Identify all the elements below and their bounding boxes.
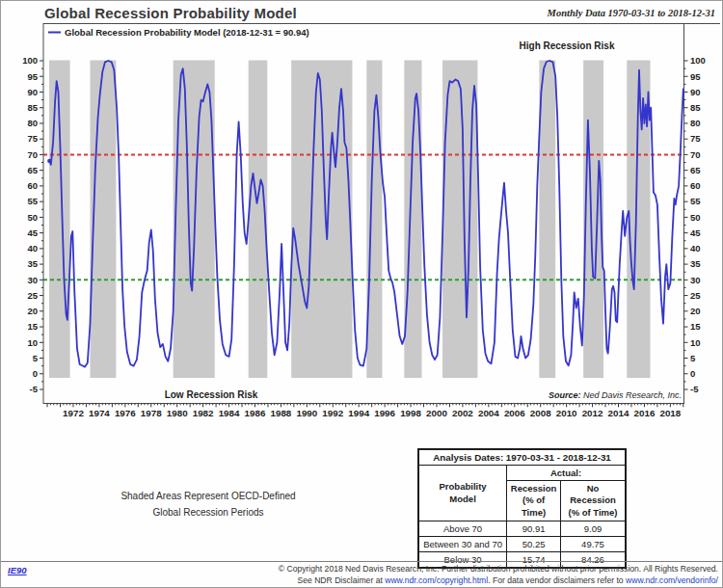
svg-text:30: 30 xyxy=(690,275,701,285)
svg-text:1982: 1982 xyxy=(193,408,214,418)
svg-text:70: 70 xyxy=(27,149,38,160)
svg-text:1992: 1992 xyxy=(322,408,343,418)
svg-text:5: 5 xyxy=(690,353,696,363)
svg-text:1972: 1972 xyxy=(63,408,84,418)
svg-text:2008: 2008 xyxy=(530,408,551,418)
copyright-notice: © Copyright 2018 Ned Davis Research, Inc… xyxy=(140,564,718,587)
svg-text:25: 25 xyxy=(27,290,38,301)
svg-text:2004: 2004 xyxy=(478,408,499,418)
svg-text:80: 80 xyxy=(27,118,38,128)
svg-text:2014: 2014 xyxy=(608,408,629,418)
copyright-line1: © Copyright 2018 Ned Davis Research, Inc… xyxy=(279,564,718,574)
svg-text:50: 50 xyxy=(690,212,701,223)
svg-text:20: 20 xyxy=(27,306,38,316)
recession-value: 90.91 xyxy=(507,521,561,537)
svg-text:20: 20 xyxy=(690,306,701,316)
recession-probability-chart: -5-5005510101515202025253030353540404545… xyxy=(1,1,723,433)
source-label: Source: Ned Davis Research, Inc. xyxy=(549,390,682,400)
column-header-probability-model: Probability Model xyxy=(418,466,507,521)
svg-text:2016: 2016 xyxy=(634,408,656,418)
svg-text:1980: 1980 xyxy=(167,408,188,418)
svg-text:30: 30 xyxy=(27,275,38,285)
no-recession-value: 49.75 xyxy=(561,537,626,552)
chart-id-link[interactable]: IE90 xyxy=(8,565,27,575)
svg-text:1986: 1986 xyxy=(245,408,266,418)
svg-text:95: 95 xyxy=(690,71,701,82)
svg-text:75: 75 xyxy=(27,133,38,144)
copyright-link[interactable]: www.ndr.com/copyright.html xyxy=(385,575,488,585)
svg-text:-5: -5 xyxy=(690,384,699,394)
svg-text:60: 60 xyxy=(690,180,701,191)
svg-text:1984: 1984 xyxy=(219,408,240,418)
svg-text:0: 0 xyxy=(690,368,695,379)
svg-text:35: 35 xyxy=(27,258,38,269)
column-header-no-recession: No Recession (% of Time) xyxy=(561,481,626,521)
svg-text:10: 10 xyxy=(690,337,701,348)
svg-text:1988: 1988 xyxy=(271,408,292,418)
svg-text:1996: 1996 xyxy=(374,408,395,418)
row-label: Between 30 and 70 xyxy=(418,537,507,552)
svg-text:100: 100 xyxy=(22,55,38,66)
vendorinfo-link[interactable]: www.ndr.com/vendorinfo/ xyxy=(626,575,718,585)
actual-header: Actual: xyxy=(507,466,626,481)
no-recession-value: 9.09 xyxy=(561,521,626,537)
chart-page: Global Recession Probability Model Month… xyxy=(0,0,723,588)
recession-value: 50.25 xyxy=(507,537,561,552)
column-header-recession: Recession (% of Time) xyxy=(507,481,561,521)
svg-text:55: 55 xyxy=(690,196,701,206)
disclaimer-text2: . For data vendor disclaimers refer to xyxy=(488,575,626,585)
table-row: Above 70 90.91 9.09 xyxy=(418,521,626,537)
svg-text:65: 65 xyxy=(690,165,701,175)
svg-text:75: 75 xyxy=(690,133,701,144)
disclaimer-text: See NDR Disclaimer at xyxy=(297,575,385,585)
svg-text:70: 70 xyxy=(690,149,701,160)
svg-text:1990: 1990 xyxy=(296,408,317,418)
svg-text:40: 40 xyxy=(690,243,701,254)
svg-text:2006: 2006 xyxy=(504,408,525,418)
svg-text:2012: 2012 xyxy=(582,408,603,418)
analysis-table: Analysis Dates: 1970-03-31 - 2018-12-31 … xyxy=(417,448,627,569)
svg-text:50: 50 xyxy=(27,212,38,223)
source-value: Ned Davis Research, Inc. xyxy=(580,390,682,400)
svg-text:2010: 2010 xyxy=(556,408,577,418)
svg-text:80: 80 xyxy=(690,118,701,128)
svg-text:35: 35 xyxy=(690,258,701,269)
table-row: Between 30 and 70 50.25 49.75 xyxy=(418,537,626,552)
svg-text:85: 85 xyxy=(690,102,701,113)
svg-text:2000: 2000 xyxy=(426,408,447,418)
legend-label: Global Recession Probability Model (2018… xyxy=(65,27,309,38)
svg-text:-5: -5 xyxy=(30,384,39,394)
source-prefix: Source: xyxy=(549,390,581,400)
svg-text:90: 90 xyxy=(27,87,38,97)
row-label: Above 70 xyxy=(418,521,507,537)
svg-text:0: 0 xyxy=(33,368,38,379)
footer-divider xyxy=(1,561,722,562)
svg-text:60: 60 xyxy=(27,180,38,191)
shaded-note-line2: Global Recession Periods xyxy=(152,507,263,518)
svg-text:2018: 2018 xyxy=(659,408,681,418)
svg-text:45: 45 xyxy=(690,227,701,238)
shaded-areas-note: Shaded Areas Represent OECD-Defined Glob… xyxy=(62,489,355,521)
svg-text:25: 25 xyxy=(690,290,701,301)
svg-text:15: 15 xyxy=(690,321,701,332)
svg-text:100: 100 xyxy=(690,55,706,66)
svg-text:85: 85 xyxy=(27,102,38,113)
svg-text:2002: 2002 xyxy=(452,408,473,418)
shaded-note-line1: Shaded Areas Represent OECD-Defined xyxy=(120,491,295,501)
svg-text:90: 90 xyxy=(690,87,701,97)
svg-text:65: 65 xyxy=(27,165,38,175)
svg-text:40: 40 xyxy=(27,243,38,254)
svg-text:45: 45 xyxy=(27,227,38,238)
svg-text:1976: 1976 xyxy=(115,408,136,418)
high-recession-risk-label: High Recession Risk xyxy=(520,40,615,51)
svg-text:5: 5 xyxy=(33,353,39,363)
svg-text:1998: 1998 xyxy=(400,408,421,418)
analysis-table-title: Analysis Dates: 1970-03-31 - 2018-12-31 xyxy=(418,449,626,466)
svg-text:15: 15 xyxy=(27,321,38,332)
low-recession-risk-label: Low Recession Risk xyxy=(165,389,258,400)
svg-text:95: 95 xyxy=(27,71,38,82)
svg-text:10: 10 xyxy=(27,337,38,348)
svg-text:55: 55 xyxy=(27,196,38,206)
svg-text:1974: 1974 xyxy=(89,408,110,418)
svg-text:1978: 1978 xyxy=(141,408,162,418)
